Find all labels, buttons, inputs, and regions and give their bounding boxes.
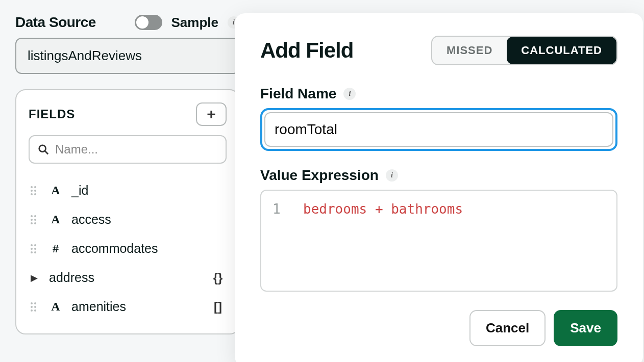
- field-name-label: Field Name: [260, 86, 336, 102]
- field-name-input[interactable]: [264, 112, 613, 147]
- value-expression-editor[interactable]: 1bedrooms + bathrooms: [260, 190, 617, 292]
- drag-handle-icon[interactable]: [31, 215, 40, 224]
- field-name: accommodates: [71, 241, 158, 256]
- sample-toggle[interactable]: [135, 15, 162, 30]
- drag-handle-icon[interactable]: [31, 302, 40, 312]
- type-string-icon: A: [49, 300, 62, 314]
- data-source-value: listingsAndReviews: [28, 48, 142, 63]
- save-button[interactable]: Save: [554, 310, 617, 346]
- fields-search-input[interactable]: [55, 142, 217, 157]
- field-row[interactable]: ▶ address {}: [29, 263, 227, 292]
- type-number-icon: #: [49, 242, 62, 255]
- search-icon: [38, 144, 49, 155]
- field-name: _id: [71, 183, 88, 198]
- tab-calculated[interactable]: CALCULATED: [507, 37, 616, 64]
- drag-handle-icon[interactable]: [31, 244, 40, 253]
- type-array-icon: []: [211, 300, 225, 314]
- value-expression-label: Value Expression: [260, 167, 379, 184]
- field-row[interactable]: A amenities []: [29, 292, 227, 321]
- data-source-label: Data Source: [15, 14, 96, 31]
- tab-missed[interactable]: MISSED: [432, 37, 507, 64]
- svg-line-1: [45, 151, 48, 154]
- add-field-button[interactable]: +: [196, 102, 227, 126]
- code-line-number: 1: [273, 200, 303, 218]
- info-icon[interactable]: i: [343, 88, 356, 100]
- type-string-icon: A: [49, 213, 62, 226]
- field-row[interactable]: # accommodates: [29, 234, 227, 263]
- field-name: amenities: [71, 299, 126, 314]
- field-mode-segmented[interactable]: MISSED CALCULATED: [431, 36, 617, 65]
- field-name: access: [71, 212, 111, 227]
- type-string-icon: A: [49, 184, 62, 197]
- fields-title: FIELDS: [29, 107, 75, 121]
- info-icon[interactable]: i: [386, 169, 398, 182]
- field-row[interactable]: A _id: [29, 176, 227, 205]
- drag-handle-icon[interactable]: [31, 186, 40, 195]
- data-source-select[interactable]: listingsAndReviews: [15, 38, 240, 74]
- field-row[interactable]: A access: [29, 205, 227, 234]
- svg-point-0: [39, 145, 46, 152]
- field-name: address: [49, 270, 94, 285]
- fields-search[interactable]: [29, 135, 227, 164]
- sample-label: Sample: [171, 15, 219, 31]
- type-object-icon: {}: [211, 271, 225, 285]
- value-expression-code: bedrooms + bathrooms: [303, 201, 463, 217]
- fields-panel: FIELDS + A _id: [15, 89, 240, 334]
- dialog-title: Add Field: [260, 38, 353, 63]
- add-field-dialog: Add Field MISSED CALCULATED Field Name i…: [235, 13, 643, 362]
- plus-icon: +: [207, 106, 216, 123]
- expand-caret-icon[interactable]: ▶: [31, 272, 40, 283]
- cancel-button[interactable]: Cancel: [469, 310, 546, 346]
